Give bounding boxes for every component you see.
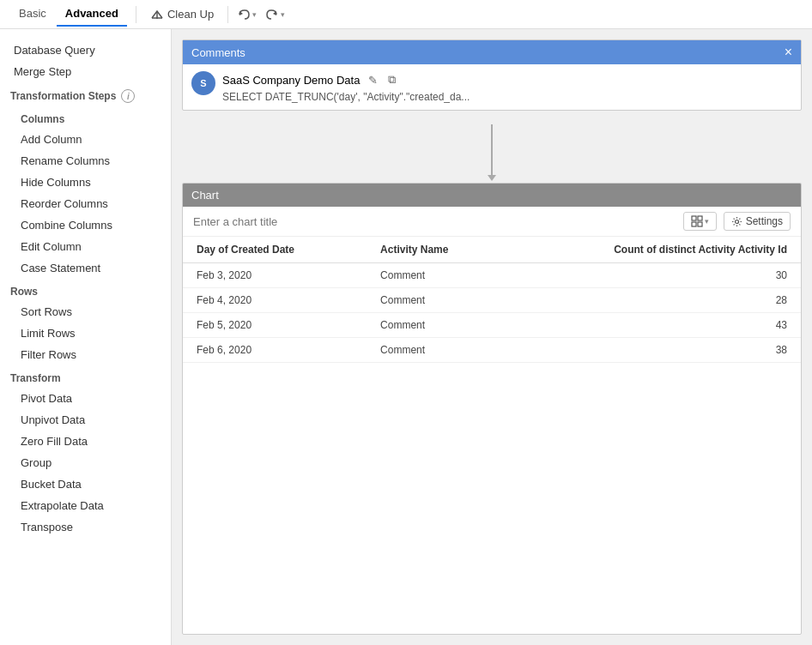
sidebar: Database Query Merge Step Transformation…: [0, 29, 172, 645]
cell-date: Feb 3, 2020: [183, 263, 367, 288]
sidebar-item-unpivot-data[interactable]: Unpivot Data: [0, 409, 171, 431]
sidebar-item-merge-step[interactable]: Merge Step: [0, 61, 171, 82]
avatar: S: [191, 71, 215, 95]
data-table: Day of Created Date Activity Name Count …: [183, 237, 801, 363]
sidebar-item-combine-columns[interactable]: Combine Columns: [0, 214, 171, 236]
sidebar-section-rows: Rows: [0, 279, 171, 301]
main-area: Database Query Merge Step Transformation…: [0, 29, 812, 645]
comment-actions: ✎ ⧉: [365, 71, 399, 88]
undo-button[interactable]: [235, 4, 252, 25]
table-row: Feb 5, 2020 Comment 43: [183, 313, 801, 338]
sidebar-item-transpose[interactable]: Transpose: [0, 516, 171, 538]
sidebar-item-extrapolate-data[interactable]: Extrapolate Data: [0, 495, 171, 516]
sidebar-item-rename-columns[interactable]: Rename Columns: [0, 150, 171, 172]
svg-rect-6: [692, 222, 696, 226]
comment-row: S SaaS Company Demo Data ✎ ⧉ SELECT DATE…: [191, 71, 792, 103]
cell-count: 28: [506, 288, 801, 313]
sidebar-section-transform: Transform: [0, 365, 171, 388]
cell-count: 30: [506, 263, 801, 288]
col-header-date: Day of Created Date: [183, 237, 367, 263]
col-header-count: Count of distinct Activity Activity Id: [506, 237, 801, 263]
toolbar-divider: [136, 6, 136, 23]
svg-rect-4: [692, 216, 696, 220]
settings-gear-icon: [731, 216, 742, 227]
chart-settings-button[interactable]: Settings: [724, 212, 791, 231]
comment-copy-button[interactable]: ⧉: [385, 71, 399, 88]
table-row: Feb 4, 2020 Comment 28: [183, 288, 801, 313]
grid-view-icon: [691, 215, 703, 227]
redo-button[interactable]: [264, 4, 281, 25]
cell-date: Feb 6, 2020: [183, 338, 367, 363]
tab-advanced[interactable]: Advanced: [57, 2, 127, 27]
redo-chevron[interactable]: ▾: [281, 10, 285, 19]
sidebar-section-transformation: Transformation Steps i: [0, 82, 171, 106]
sidebar-item-sort-rows[interactable]: Sort Rows: [0, 301, 171, 322]
cell-date: Feb 4, 2020: [183, 288, 367, 313]
table-row: Feb 3, 2020 Comment 30: [183, 263, 801, 288]
undo-icon: [237, 8, 251, 21]
comment-text: SELECT DATE_TRUNC('day', "Activity"."cre…: [222, 91, 792, 103]
sidebar-item-group[interactable]: Group: [0, 452, 171, 473]
chart-title-input[interactable]: [193, 215, 683, 228]
comment-author: SaaS Company Demo Data: [222, 74, 360, 87]
view-chevron: ▾: [705, 217, 709, 226]
cleanup-icon: [150, 8, 164, 21]
sidebar-item-database-query[interactable]: Database Query: [0, 39, 171, 61]
table-body: Feb 3, 2020 Comment 30 Feb 4, 2020 Comme…: [183, 263, 801, 363]
table-header-row: Day of Created Date Activity Name Count …: [183, 237, 801, 263]
undo-chevron[interactable]: ▾: [252, 10, 257, 19]
cell-activity: Comment: [367, 288, 506, 313]
content-area: Comments × S SaaS Company Demo Data ✎ ⧉: [172, 29, 812, 645]
toolbar: Basic Advanced Clean Up ▾ ▾: [0, 0, 812, 29]
sidebar-item-zero-fill-data[interactable]: Zero Fill Data: [0, 431, 171, 452]
svg-point-8: [735, 220, 738, 223]
cell-activity: Comment: [367, 313, 506, 338]
comments-panel: Comments × S SaaS Company Demo Data ✎ ⧉: [182, 39, 802, 111]
chart-toolbar: ▾ Settings: [183, 207, 801, 237]
sidebar-item-case-statement[interactable]: Case Statement: [0, 257, 171, 279]
svg-rect-7: [698, 222, 702, 226]
chart-view-button[interactable]: ▾: [683, 212, 717, 231]
comments-body: S SaaS Company Demo Data ✎ ⧉ SELECT DATE…: [183, 64, 801, 110]
comments-close-button[interactable]: ×: [785, 45, 792, 59]
sidebar-item-reorder-columns[interactable]: Reorder Columns: [0, 193, 171, 214]
toolbar-divider-2: [227, 6, 228, 23]
cleanup-button[interactable]: Clean Up: [143, 4, 221, 25]
comments-title: Comments: [191, 46, 245, 59]
svg-rect-5: [698, 216, 702, 220]
sidebar-item-bucket-data[interactable]: Bucket Data: [0, 473, 171, 495]
sidebar-item-filter-rows[interactable]: Filter Rows: [0, 344, 171, 365]
col-header-activity: Activity Name: [367, 237, 506, 263]
cell-count: 38: [506, 338, 801, 363]
sidebar-item-pivot-data[interactable]: Pivot Data: [0, 388, 171, 409]
chart-table: Day of Created Date Activity Name Count …: [183, 237, 801, 634]
comment-edit-button[interactable]: ✎: [365, 71, 381, 88]
cell-activity: Comment: [367, 338, 506, 363]
chart-header: Chart: [183, 184, 801, 207]
redo-icon: [265, 8, 279, 21]
comment-meta: SaaS Company Demo Data ✎ ⧉: [222, 71, 792, 88]
sidebar-section-columns: Columns: [0, 106, 171, 129]
sidebar-item-limit-rows[interactable]: Limit Rows: [0, 322, 171, 344]
comment-content: SaaS Company Demo Data ✎ ⧉ SELECT DATE_T…: [222, 71, 792, 103]
cell-date: Feb 5, 2020: [183, 313, 367, 338]
chart-panel: Chart ▾: [182, 183, 802, 635]
flow-arrow: [491, 124, 493, 176]
sidebar-item-add-column[interactable]: Add Column: [0, 129, 171, 150]
tab-basic[interactable]: Basic: [10, 2, 55, 27]
cell-count: 43: [506, 313, 801, 338]
sidebar-item-edit-column[interactable]: Edit Column: [0, 236, 171, 257]
arrow-container: [172, 121, 812, 183]
table-row: Feb 6, 2020 Comment 38: [183, 338, 801, 363]
settings-label: Settings: [746, 215, 783, 227]
comments-header: Comments ×: [183, 40, 801, 64]
chart-toolbar-right: ▾ Settings: [683, 212, 791, 231]
cell-activity: Comment: [367, 263, 506, 288]
sidebar-item-hide-columns[interactable]: Hide Columns: [0, 172, 171, 193]
transformation-info-icon[interactable]: i: [121, 89, 135, 103]
